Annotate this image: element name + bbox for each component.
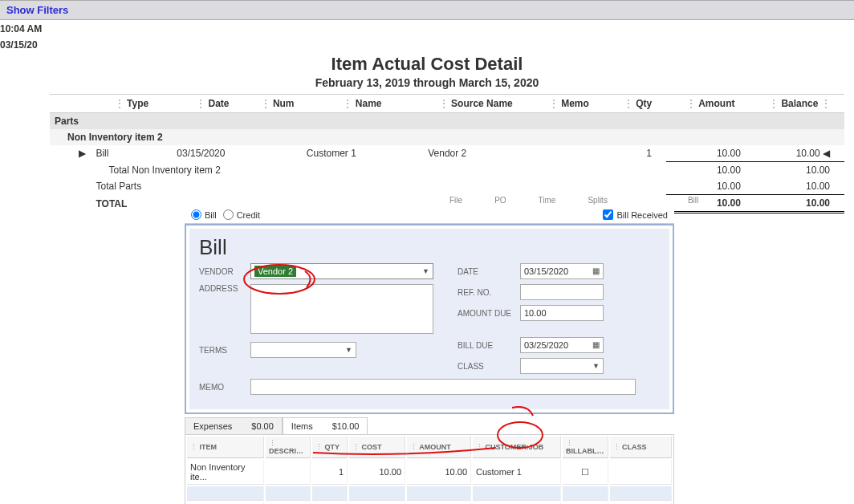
bill-received-checkbox[interactable]: Bill Received: [603, 209, 668, 213]
col-date[interactable]: Date: [208, 98, 229, 109]
table-row[interactable]: ▶ Bill 03/15/2020 Customer 1 Vendor 2 1 …: [50, 145, 844, 162]
triangle-left-icon: ◀: [823, 148, 830, 159]
report-subtitle: February 13, 2019 through March 15, 2020: [0, 76, 854, 89]
cell-source: Vendor 2: [423, 145, 528, 162]
col-num[interactable]: Num: [273, 98, 295, 109]
radio-bill[interactable]: Bill: [191, 209, 217, 213]
col-source[interactable]: Source Name: [451, 98, 513, 109]
group-total-row: Total Parts 10.00 10.00: [50, 178, 844, 195]
group-row-parts[interactable]: Parts: [50, 113, 844, 130]
cell-num: [253, 145, 302, 162]
bill-credit-radio-row: Bill Credit Bill Received: [185, 206, 674, 213]
hint-tabs: File PO Time Splits Bill: [185, 196, 674, 206]
cell-amount: 10.00: [666, 145, 755, 162]
col-memo[interactable]: Memo: [561, 98, 589, 109]
report-title: Item Actual Cost Detail: [0, 54, 854, 75]
show-filters-link[interactable]: Show Filters: [6, 4, 68, 16]
col-amount[interactable]: Amount: [698, 98, 734, 109]
subgroup-row[interactable]: Non Inventory item 2: [50, 129, 844, 145]
subtotal-row: Total Non Inventory item 2 10.00 10.00: [50, 162, 844, 179]
cell-date: 03/15/2020: [172, 145, 253, 162]
report-date: 03/15/20: [0, 36, 854, 52]
col-name[interactable]: Name: [356, 98, 382, 109]
report-time: 10:04 AM: [0, 20, 854, 36]
cell-balance: 10.00 ◀: [755, 145, 844, 162]
cell-qty: 1: [609, 145, 666, 162]
cell-type: Bill: [91, 145, 172, 162]
cell-name: Customer 1: [302, 145, 423, 162]
col-type[interactable]: Type: [127, 98, 148, 109]
radio-credit[interactable]: Credit: [223, 209, 260, 213]
column-headers: ⋮ Type ⋮ Date ⋮ Num ⋮ Name ⋮ Source Name…: [50, 95, 844, 113]
triangle-right-icon: ▶: [79, 148, 86, 159]
col-qty[interactable]: Qty: [636, 98, 652, 109]
cell-memo: [528, 145, 609, 162]
bill-window: File PO Time Splits Bill Bill Credit Bil…: [185, 196, 674, 213]
col-balance[interactable]: Balance: [781, 98, 818, 109]
filter-bar: Show Filters: [0, 0, 854, 20]
